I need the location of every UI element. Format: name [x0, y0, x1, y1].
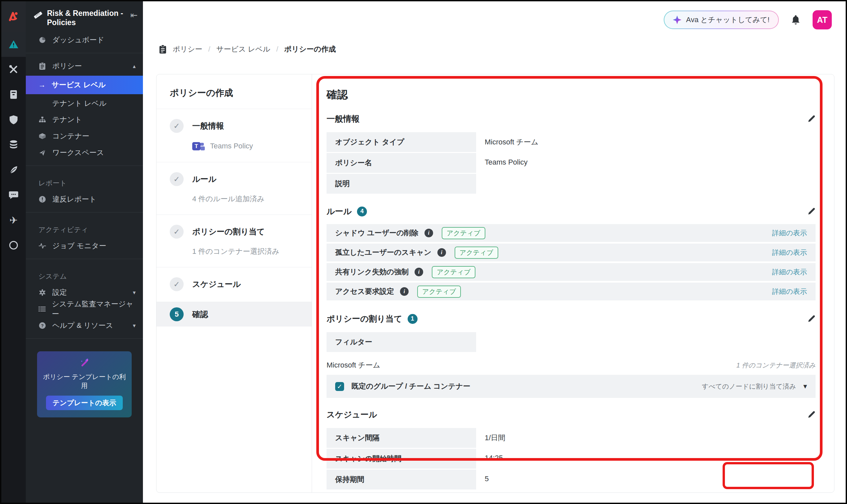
section-label-activity: アクティビティ [26, 217, 143, 238]
page-title: 確認 [327, 88, 816, 102]
divider [26, 53, 143, 53]
sidebar-item-label: システム監査マネージャー [52, 299, 136, 319]
gear-icon [38, 289, 46, 296]
sidebar-item-violation-report[interactable]: 違反レポート [26, 191, 143, 208]
rail-item-circle[interactable] [1, 233, 26, 258]
info-icon[interactable]: i [437, 248, 446, 257]
sidebar-item-audit-manager[interactable]: システム監査マネージャー [26, 301, 143, 317]
breadcrumb-current: ポリシーの作成 [284, 43, 336, 55]
general-table: オブジェクト タイプ Microsoft チーム ポリシー名 Teams Pol… [327, 132, 816, 195]
edit-schedule-button[interactable] [807, 411, 816, 419]
step-number-badge: 5 [170, 307, 184, 321]
sidebar-item-label: ポリシー [52, 61, 82, 71]
sidebar-item-dashboard[interactable]: ダッシュボード [26, 32, 143, 48]
show-details-link[interactable]: 詳細の表示 [772, 287, 807, 296]
clipboard-icon [159, 45, 167, 54]
sidebar-item-job-monitor[interactable]: ジョブ モニター [26, 238, 143, 254]
sidebar-item-service-level[interactable]: → サービス レベル [26, 76, 143, 94]
show-templates-button[interactable]: テンプレートの表示 [46, 396, 123, 410]
info-icon[interactable]: i [415, 268, 423, 276]
list-icon [38, 306, 46, 312]
edit-assignment-button[interactable] [807, 314, 816, 323]
sidebar-item-tenant-level[interactable]: テナント レベル [26, 95, 143, 111]
assignment-section-header: ポリシーの割り当て 1 [327, 313, 816, 324]
schedule-section-header: スケジュール [327, 409, 816, 420]
magic-wand-icon [79, 358, 90, 368]
wizard-step-general[interactable]: ✓ 一般情報 T Teams Policy [156, 109, 312, 162]
sidebar-item-policies[interactable]: ポリシー ▴ [26, 58, 143, 74]
rules-count-badge: 4 [357, 206, 367, 216]
chevron-down-icon: ▾ [133, 289, 136, 296]
exclamation-circle-icon [38, 196, 46, 203]
status-badge: アクティブ [455, 247, 498, 259]
wizard-step-schedule[interactable]: ✓ スケジュール [156, 267, 312, 302]
app-title: Risk & Remediation - Policies [47, 8, 126, 27]
sidebar-item-help[interactable]: ? ヘルプ & リソース ▾ [26, 317, 143, 334]
info-icon[interactable]: i [400, 287, 409, 296]
sidebar-item-settings[interactable]: 設定 ▾ [26, 284, 143, 301]
collapse-left-icon[interactable]: ⇤ [131, 11, 138, 20]
pencil-icon [807, 207, 816, 216]
notification-bell-icon[interactable] [791, 15, 801, 25]
ava-chat-label: Ava とチャットしてみて! [686, 15, 770, 25]
breadcrumb-policies[interactable]: ポリシー [173, 43, 203, 55]
sidebar-item-container[interactable]: コンテナー [26, 128, 143, 144]
show-details-link[interactable]: 詳細の表示 [772, 267, 807, 276]
avepoint-logo[interactable] [1, 1, 26, 32]
step-sub-label: 4 件のルール追加済み [192, 194, 264, 204]
rail-item-chat[interactable] [1, 182, 26, 208]
ava-chat-button[interactable]: Ava とチャットしてみて! [664, 11, 779, 29]
wizard-step-rules[interactable]: ✓ ルール 4 件のルール追加済み [156, 162, 312, 215]
rail-item-pen[interactable] [1, 157, 26, 182]
rail-item-plane[interactable]: ✈ [1, 208, 26, 233]
row-value: 1/日間 [476, 428, 505, 448]
app-window: ✈ Risk & Remediation - Policies ⇤ ダッシュボー… [0, 0, 847, 504]
svg-text:?: ? [41, 323, 44, 328]
rail-item-risk[interactable] [1, 32, 26, 57]
wizard-step-assignment[interactable]: ✓ ポリシーの割り当て 1 件のコンテナー選択済み [156, 215, 312, 267]
table-row: オブジェクト タイプ Microsoft チーム [327, 132, 816, 152]
sidebar-item-tenant[interactable]: テナント [26, 111, 143, 128]
rail-item-database[interactable] [1, 132, 26, 157]
row-value: 14:25 [476, 449, 503, 469]
rule-name: 共有リンク失効の強制 [335, 267, 409, 277]
step-check-icon: ✓ [170, 225, 184, 239]
rocket-icon [38, 149, 46, 156]
rule-name: シャドウ ユーザーの削除 [335, 228, 418, 238]
pencil-icon [807, 115, 816, 123]
edit-general-button[interactable] [807, 115, 816, 123]
rule-row: 孤立したユーザーのスキャン i アクティブ 詳細の表示 [327, 244, 816, 262]
user-avatar[interactable]: AT [813, 10, 832, 30]
info-icon[interactable]: i [425, 229, 433, 237]
sidebar-item-label: テナント レベル [52, 98, 106, 108]
main-area: Ava とチャットしてみて! AT ポリシー / サービス レベル / ポリシー… [143, 1, 846, 503]
show-details-link[interactable]: 詳細の表示 [772, 248, 807, 257]
divider [26, 338, 143, 339]
breadcrumb-separator: / [276, 43, 278, 55]
rail-item-cabinet[interactable] [1, 82, 26, 107]
chevron-down-icon[interactable]: ▾ [803, 382, 807, 391]
rail-item-shield[interactable] [1, 107, 26, 132]
wizard-title: ポリシーの作成 [156, 74, 312, 109]
rail-item-tools[interactable] [1, 57, 26, 82]
teams-icon: T [192, 141, 205, 151]
icon-rail: ✈ [1, 1, 26, 503]
row-label: スキャンの開始時間 [327, 449, 476, 469]
container-checkbox[interactable]: ✓ [335, 382, 344, 391]
chat-bubble-icon [8, 191, 19, 200]
wizard-step-confirm-active[interactable]: 5 確認 [156, 302, 312, 326]
show-details-link[interactable]: 詳細の表示 [772, 228, 807, 238]
ruler-icon [33, 10, 42, 19]
table-row: 保持期間 5 [327, 470, 816, 489]
sidebar-item-label: サービス レベル [52, 80, 106, 90]
alert-triangle-icon [8, 39, 19, 49]
edit-rules-button[interactable] [807, 207, 816, 216]
status-badge: アクティブ [432, 266, 476, 278]
breadcrumb-service-level[interactable]: サービス レベル [217, 43, 270, 55]
step-label: ポリシーの割り当て [192, 227, 265, 237]
sidebar-item-label: ワークスペース [52, 148, 104, 158]
step-check-icon: ✓ [170, 172, 184, 186]
sidebar-item-workspace[interactable]: ワークスペース [26, 144, 143, 161]
step-label: 一般情報 [192, 121, 224, 131]
row-value: Teams Policy [476, 153, 528, 173]
